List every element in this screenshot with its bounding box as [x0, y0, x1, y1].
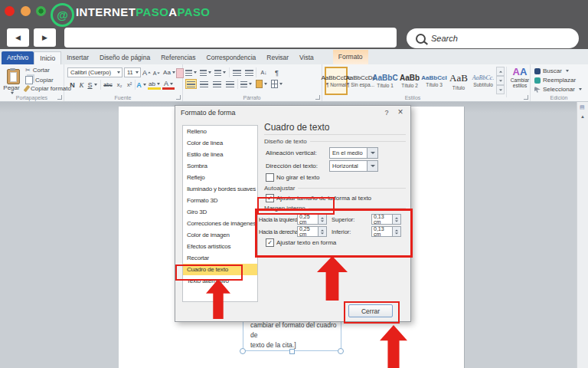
nav-reflejo[interactable]: Reflejo: [183, 172, 257, 183]
valign-dropdown[interactable]: En el medio: [329, 147, 378, 159]
style-titulo-2[interactable]: AaBb Título 2: [398, 67, 421, 95]
tab-formato[interactable]: Formato: [333, 50, 368, 64]
forward-button[interactable]: ▶: [34, 28, 56, 47]
nav-efectos-artisticos[interactable]: Efectos artísticos: [183, 241, 257, 252]
align-right-button[interactable]: [211, 79, 223, 89]
change-styles-button[interactable]: AA Cambiar estilos: [508, 66, 531, 88]
styles-gallery-scrollbar[interactable]: [496, 67, 505, 94]
highlight-icon: ab: [149, 80, 155, 87]
decrease-indent-button[interactable]: [231, 67, 243, 77]
dialog-launcher-icon[interactable]: [57, 95, 62, 100]
superscript-button[interactable]: x²: [125, 80, 134, 90]
justify-button[interactable]: [224, 79, 236, 89]
gallery-expand-button[interactable]: [496, 85, 505, 94]
scroll-down-button[interactable]: [496, 76, 505, 85]
orange-dot-icon: [21, 6, 31, 16]
strikethrough-button[interactable]: abc: [102, 80, 114, 90]
align-left-icon: [187, 81, 195, 87]
valign-value: En el medio: [330, 148, 367, 158]
dialog-close-button[interactable]: ×: [394, 107, 407, 117]
borders-button[interactable]: [271, 79, 283, 89]
search-placeholder: Search: [431, 34, 458, 43]
nav-correcciones[interactable]: Correcciones de imágenes: [183, 218, 257, 229]
replace-button[interactable]: Reemplazar: [534, 77, 576, 84]
ruler-toggle-icon[interactable]: ▤: [580, 104, 585, 110]
tab-inicio[interactable]: Inicio: [34, 51, 61, 64]
tab-revisar[interactable]: Revisar: [261, 51, 294, 64]
align-left-button[interactable]: [185, 79, 197, 89]
style-normal[interactable]: AaBbCcDc ¶ Normal: [325, 67, 348, 95]
scroll-up-icon[interactable]: ▲: [580, 114, 585, 119]
nav-relleno[interactable]: Relleno: [183, 126, 257, 137]
scroll-up-button[interactable]: [496, 67, 505, 76]
tab-archivo[interactable]: Archivo: [2, 51, 34, 64]
style-sin-espaciado[interactable]: AaBbCcDc ¶ Sin espa...: [349, 67, 372, 95]
subscript-button[interactable]: x₂: [115, 80, 124, 90]
bold-button[interactable]: N: [68, 80, 77, 90]
change-case-button[interactable]: Aa: [163, 67, 175, 77]
grow-arrow-icon: [148, 72, 151, 74]
tab-correspondencia[interactable]: Correspondencia: [201, 51, 262, 64]
align-center-button[interactable]: [198, 79, 210, 89]
dialog-launcher-icon[interactable]: [315, 95, 320, 100]
dialog-help-button[interactable]: ?: [381, 107, 393, 118]
nav-color-de-linea[interactable]: Color de línea: [183, 137, 257, 149]
no-rotate-checkbox[interactable]: [266, 173, 274, 182]
find-icon: [534, 68, 541, 74]
no-rotate-label[interactable]: No girar el texto: [276, 174, 319, 181]
url-bar[interactable]: [64, 28, 397, 48]
font-color-icon: A: [164, 80, 168, 87]
nav-sombra[interactable]: Sombra: [183, 160, 257, 172]
vertical-scrollbar[interactable]: ▤ ▲: [577, 102, 588, 368]
italic-button[interactable]: K: [77, 80, 86, 90]
paste-button[interactable]: Pegar: [2, 66, 21, 94]
find-button[interactable]: Buscar: [534, 67, 569, 74]
font-family-select[interactable]: Calibri (Cuerpo): [67, 67, 122, 77]
shrink-font-button[interactable]: A: [152, 69, 162, 77]
increase-indent-button[interactable]: [243, 67, 255, 77]
numbering-button[interactable]: [200, 67, 211, 77]
font-color-button[interactable]: A: [162, 80, 175, 90]
line-spacing-button[interactable]: [240, 79, 252, 89]
nav-formato-3d[interactable]: Formato 3D: [183, 195, 257, 206]
direction-dropdown[interactable]: Horizontal: [329, 160, 378, 172]
increase-indent-icon: [245, 70, 253, 76]
multilevel-list-button[interactable]: [214, 67, 226, 77]
show-paragraph-marks-button[interactable]: ¶: [271, 67, 283, 77]
dropdown-button[interactable]: [367, 161, 377, 171]
select-button[interactable]: Seleccionar: [534, 86, 582, 93]
style-titulo-1[interactable]: AaBbC Título 1: [374, 67, 397, 95]
resize-handle[interactable]: [240, 348, 246, 354]
tab-diseno-de-pagina[interactable]: Diseño de página: [94, 51, 155, 64]
copy-button[interactable]: Copiar: [25, 76, 54, 84]
format-painter-icon: [24, 85, 31, 92]
nav-recortar[interactable]: Recortar: [183, 252, 257, 264]
search-box[interactable]: Search: [407, 28, 579, 48]
nav-color-de-imagen[interactable]: Color de imagen: [183, 229, 257, 241]
nav-iluminado[interactable]: Iluminado y bordes suaves: [183, 183, 257, 195]
bullets-button[interactable]: [185, 67, 197, 77]
sort-button[interactable]: A↓: [258, 67, 270, 77]
style-subtitulo[interactable]: AaBbCc. Subtítulo: [472, 67, 495, 95]
text-effects-button[interactable]: A: [136, 80, 146, 90]
shading-button[interactable]: [256, 79, 267, 89]
back-button[interactable]: ◀: [7, 28, 29, 47]
nav-estilo-de-linea[interactable]: Estilo de línea: [183, 149, 257, 160]
dialog-launcher-icon[interactable]: [524, 95, 528, 100]
underline-button[interactable]: S: [87, 80, 98, 90]
cut-button[interactable]: ✂ Cortar: [25, 67, 50, 74]
grow-font-button[interactable]: A: [142, 67, 152, 77]
style-titulo[interactable]: AaB Título: [447, 67, 470, 95]
tab-vista[interactable]: Vista: [294, 51, 319, 64]
tab-referencias[interactable]: Referencias: [155, 51, 201, 64]
dropdown-button[interactable]: [367, 148, 377, 158]
select-label: Seleccionar: [543, 86, 575, 93]
resize-handle[interactable]: [338, 348, 344, 354]
tab-insertar[interactable]: Insertar: [61, 51, 94, 64]
style-titulo-3[interactable]: AaBbCcI Título 3: [423, 67, 446, 95]
font-size-select[interactable]: 11: [124, 67, 141, 77]
dialog-launcher-icon[interactable]: [176, 95, 181, 100]
highlight-button[interactable]: ab: [148, 80, 161, 90]
nav-giro-3d[interactable]: Giro 3D: [183, 206, 257, 218]
resize-handle[interactable]: [289, 349, 295, 354]
